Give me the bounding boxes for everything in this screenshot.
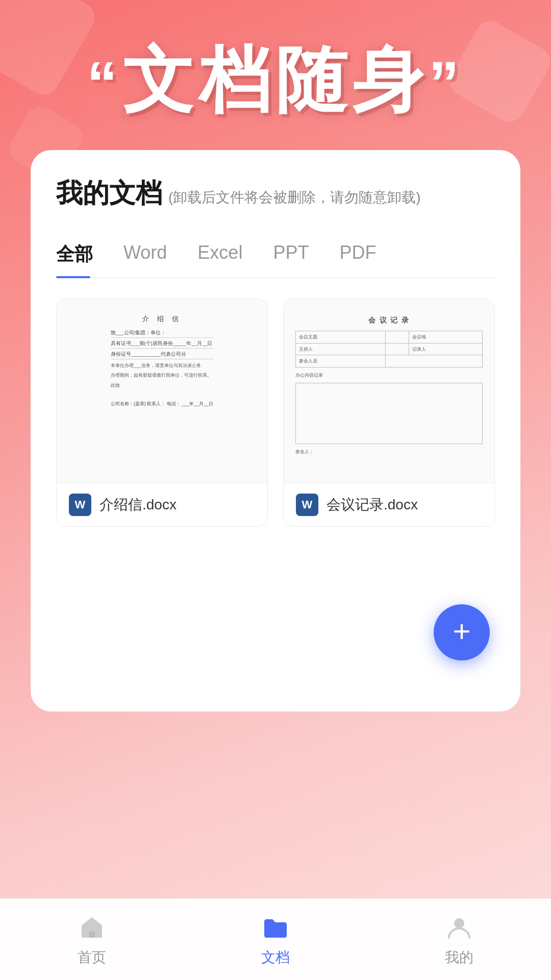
word-icon-1: W xyxy=(69,494,91,516)
intro-field-3: 身份证号___________代表公司分 xyxy=(111,351,214,359)
doc-preview-1: 介 绍 信 致___公司/集团：单位： 具有证书___第(个)居民身份_____… xyxy=(57,299,267,483)
intro-letter-title: 介 绍 信 xyxy=(111,314,214,324)
intro-body-1: 本单位办理___业务，请贵单位与其洽谈公务 xyxy=(111,362,214,370)
nav-item-profile[interactable]: 我的 xyxy=(367,912,551,967)
nav-item-docs[interactable]: 文档 xyxy=(184,912,367,967)
doc-footer-1: W 介绍信.docx xyxy=(57,483,267,526)
nav-label-home: 首页 xyxy=(78,948,106,967)
document-card-1[interactable]: 介 绍 信 致___公司/集团：单位： 具有证书___第(个)居民身份_____… xyxy=(56,299,268,527)
fab-add-button[interactable]: + xyxy=(434,604,490,660)
documents-grid: 介 绍 信 致___公司/集团：单位： 具有证书___第(个)居民身份_____… xyxy=(56,299,495,527)
tab-word[interactable]: Word xyxy=(123,232,187,277)
meeting-box-label: 办公内容记录 xyxy=(295,372,483,379)
fab-plus-icon: + xyxy=(453,616,470,647)
quote-open: “ xyxy=(87,50,122,117)
meeting-box xyxy=(295,383,483,444)
tab-pdf[interactable]: PDF xyxy=(339,232,396,277)
meeting-title: 会 议 记 录 xyxy=(295,314,483,326)
meeting-table: 会议主题 会议地 主持人 记录人 参会人员 xyxy=(295,331,483,367)
intro-letter-content: 介 绍 信 致___公司/集团：单位： 具有证书___第(个)居民身份_____… xyxy=(107,309,218,413)
intro-field-1: 致___公司/集团：单位： xyxy=(111,330,214,338)
tabs-bar: 全部 Word Excel PPT PDF xyxy=(56,232,495,278)
card-title: 我的文档 xyxy=(56,176,162,211)
intro-closing: 此致 xyxy=(111,382,214,389)
hero-title: “文档随身” xyxy=(31,41,520,119)
card-header: 我的文档 (卸载后文件将会被删除，请勿随意卸载) xyxy=(56,176,495,211)
tab-excel[interactable]: Excel xyxy=(197,232,263,277)
tab-ppt[interactable]: PPT xyxy=(273,232,329,277)
intro-signature: 公司名称：(盖章) 联系人： 电话： ___年__月__日 xyxy=(111,400,214,408)
svg-point-1 xyxy=(454,918,464,928)
home-icon xyxy=(77,912,107,943)
meeting-signer: 签名人： xyxy=(295,448,483,455)
document-card-2[interactable]: 会 议 记 录 会议主题 会议地 主持人 记录人 xyxy=(283,299,495,527)
intro-body-2: 办理期间，如有脏疑请拨打我单位，可进行联系。 xyxy=(111,372,214,379)
doc-name-2: 会议记录.docx xyxy=(327,495,418,514)
user-icon xyxy=(444,912,474,943)
svg-rect-0 xyxy=(89,932,95,938)
nav-label-profile: 我的 xyxy=(445,948,473,967)
word-icon-2: W xyxy=(296,494,318,516)
card-subtitle: (卸载后文件将会被删除，请勿随意卸载) xyxy=(168,188,421,207)
bottom-nav: 首页 文档 我的 xyxy=(0,898,551,980)
hero-section: “文档随身” xyxy=(0,0,551,150)
nav-item-home[interactable]: 首页 xyxy=(0,912,184,967)
intro-field-2: 具有证书___第(个)居民身份_____年__月__日 xyxy=(111,340,214,349)
doc-footer-2: W 会议记录.docx xyxy=(284,483,494,526)
main-card: 我的文档 (卸载后文件将会被删除，请勿随意卸载) 全部 Word Excel P… xyxy=(31,150,520,712)
doc-name-1: 介绍信.docx xyxy=(99,495,177,514)
meeting-content: 会 议 记 录 会议主题 会议地 主持人 记录人 xyxy=(291,309,487,460)
quote-close: ” xyxy=(429,50,464,117)
folder-icon xyxy=(260,912,291,943)
tab-all[interactable]: 全部 xyxy=(56,232,113,277)
doc-preview-2: 会 议 记 录 会议主题 会议地 主持人 记录人 xyxy=(284,299,494,483)
nav-label-docs: 文档 xyxy=(261,948,290,967)
